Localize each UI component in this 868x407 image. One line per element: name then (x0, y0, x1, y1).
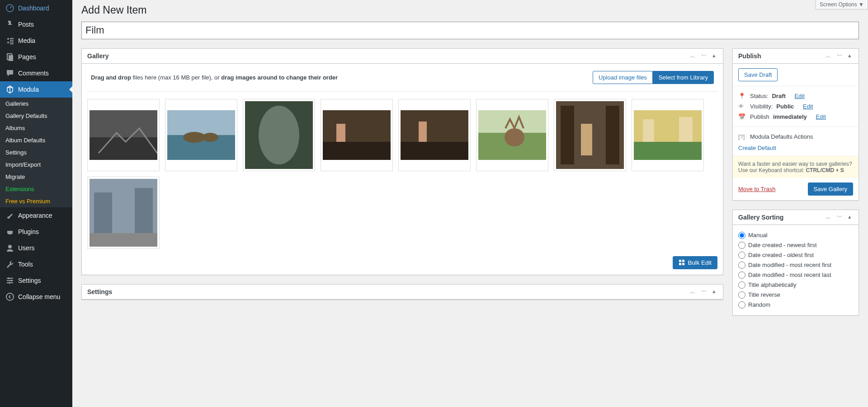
pin-icon: 📍 (738, 93, 746, 99)
sidebar-item-dashboard[interactable]: Dashboard (0, 0, 72, 16)
edit-status-link[interactable]: Edit (794, 93, 804, 99)
calendar-icon: 📅 (738, 113, 746, 120)
svg-rect-29 (606, 106, 619, 164)
sort-option-title-za[interactable]: Title reverse (738, 290, 853, 300)
toggle-icon[interactable]: ▴ (711, 50, 717, 62)
gallery-thumbnail[interactable] (165, 99, 237, 171)
main-content: Screen Options ▼ Add New Item Gallery ︿ … (72, 0, 868, 407)
image-icon (634, 110, 702, 160)
keyboard-tip: Want a faster and easier way to save gal… (733, 156, 859, 178)
chevron-up-icon[interactable]: ︿ (688, 50, 698, 62)
submenu-albums[interactable]: Albums (0, 122, 72, 134)
bulk-edit-button[interactable]: Bulk Edit (673, 256, 717, 269)
select-library-button[interactable]: Select from Library (653, 71, 714, 84)
submenu-galleries[interactable]: Galleries (0, 98, 72, 110)
chevron-down-icon[interactable]: ﹀ (835, 50, 844, 62)
toggle-icon[interactable]: ▴ (846, 50, 853, 62)
grid-icon (679, 259, 685, 266)
sidebar-item-collapse[interactable]: Collapse menu (0, 289, 72, 305)
edit-schedule-link[interactable]: Edit (816, 113, 826, 120)
svg-point-8 (9, 282, 10, 284)
svg-point-9 (6, 293, 14, 300)
sidebar-item-pages[interactable]: Pages (0, 49, 72, 65)
sort-option-modified-last[interactable]: Date modified - most recent last (738, 270, 853, 280)
submenu-settings[interactable]: Settings (0, 146, 72, 159)
submenu-import-export[interactable]: Import/Export (0, 159, 72, 171)
svg-rect-4 (9, 55, 13, 61)
gallery-thumbnail[interactable] (87, 99, 160, 171)
sidebar-item-appearance[interactable]: Appearance (0, 207, 72, 224)
sidebar-item-users[interactable]: Users (0, 240, 72, 256)
screen-options-button[interactable]: Screen Options ▼ (816, 0, 868, 9)
sidebar-item-plugins[interactable]: Plugins (0, 224, 72, 240)
title-input[interactable] (81, 22, 859, 39)
svg-rect-41 (679, 263, 681, 265)
sort-option-random[interactable]: Random (738, 300, 853, 310)
svg-point-1 (7, 38, 9, 40)
sort-option-title-az[interactable]: Title alphabetically (738, 280, 853, 290)
chevron-up-icon[interactable]: ︿ (824, 50, 833, 62)
sidebar-item-modula[interactable]: Modula (0, 81, 72, 98)
admin-sidebar: Dashboard Posts Media Pages Comments Mod… (0, 0, 72, 407)
svg-rect-23 (401, 142, 468, 160)
submenu-free-vs-premium[interactable]: Free vs Premium (0, 195, 72, 207)
svg-rect-22 (419, 122, 427, 142)
gallery-thumbnail[interactable] (398, 99, 471, 171)
chevron-up-icon[interactable]: ︿ (688, 286, 698, 298)
move-to-trash-link[interactable]: Move to Trash (738, 186, 775, 192)
chevron-up-icon[interactable]: ︿ (824, 211, 833, 223)
upload-files-button[interactable]: Upload image files (593, 71, 653, 84)
submenu-gallery-defaults[interactable]: Gallery Defaults (0, 110, 72, 122)
chevron-down-icon[interactable]: ﹀ (835, 211, 844, 223)
sidebar-item-label: Pages (18, 53, 36, 61)
image-icon (556, 101, 624, 169)
edit-visibility-link[interactable]: Edit (803, 103, 813, 110)
sidebar-item-tools[interactable]: Tools (0, 256, 72, 272)
media-icon (5, 36, 14, 45)
sidebar-item-media[interactable]: Media (0, 33, 72, 49)
comment-icon (5, 69, 14, 78)
image-icon (478, 110, 546, 160)
plug-icon (5, 227, 14, 236)
chevron-down-icon[interactable]: ﹀ (699, 50, 709, 62)
gauge-icon (5, 4, 14, 13)
page-title: Add New Item (81, 0, 859, 18)
gallery-thumbnail[interactable] (243, 99, 315, 171)
submenu-extensions[interactable]: Extensions (0, 183, 72, 195)
toggle-icon[interactable]: ▴ (846, 211, 853, 223)
toggle-icon[interactable]: ▴ (711, 286, 717, 298)
publish-heading: Publish (738, 49, 761, 63)
create-default-link[interactable]: Create Default (738, 145, 776, 151)
sidebar-item-label: Appearance (18, 212, 52, 219)
gallery-grid (87, 99, 717, 249)
pages-icon (5, 52, 14, 61)
gallery-thumbnail[interactable] (321, 99, 393, 171)
image-icon (245, 101, 313, 169)
svg-rect-32 (634, 142, 702, 160)
save-draft-button[interactable]: Save Draft (738, 68, 778, 81)
image-icon (90, 110, 157, 160)
gallery-thumbnail[interactable] (87, 177, 160, 249)
svg-rect-30 (581, 124, 592, 155)
sidebar-item-comments[interactable]: Comments (0, 65, 72, 81)
submenu-album-defaults[interactable]: Album Defaults (0, 134, 72, 146)
gallery-thumbnail[interactable] (476, 99, 548, 171)
sort-option-date-oldest[interactable]: Date created - oldest first (738, 250, 853, 260)
sort-option-manual[interactable]: Manual (738, 230, 853, 240)
save-gallery-button[interactable]: Save Gallery (808, 182, 853, 196)
sort-option-date-newest[interactable]: Date created - newest first (738, 240, 853, 250)
svg-rect-36 (94, 192, 112, 233)
image-icon (90, 179, 157, 247)
svg-rect-34 (679, 117, 693, 142)
gallery-postbox: Gallery ︿ ﹀ ▴ Drag and drop files here (… (81, 48, 723, 275)
modula-submenu: Galleries Gallery Defaults Albums Album … (0, 98, 72, 207)
gallery-thumbnail[interactable] (554, 99, 626, 171)
sidebar-item-label: Comments (18, 70, 49, 77)
submenu-migrate[interactable]: Migrate (0, 171, 72, 183)
chevron-down-icon[interactable]: ﹀ (699, 286, 709, 298)
sidebar-item-settings[interactable]: Settings (0, 272, 72, 289)
sidebar-item-posts[interactable]: Posts (0, 16, 72, 33)
sort-option-modified-first[interactable]: Date modified - most recent first (738, 260, 853, 270)
sidebar-item-label: Plugins (18, 228, 39, 235)
gallery-thumbnail[interactable] (632, 99, 704, 171)
